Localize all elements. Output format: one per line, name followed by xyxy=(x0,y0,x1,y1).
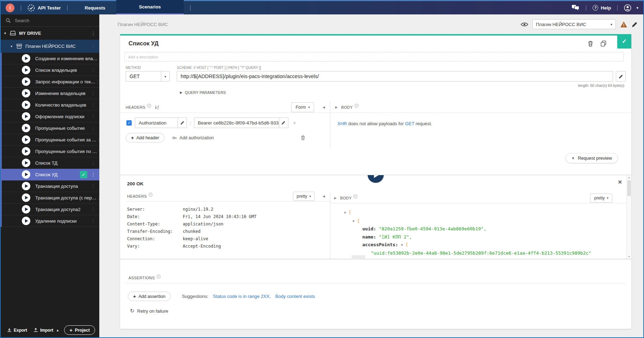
kebab-menu-icon[interactable]: ⋮ xyxy=(91,90,96,96)
sidebar-item-my-drive[interactable]: ▾ MY DRIVE ⋮ xyxy=(1,27,99,40)
list-item[interactable]: Количество владельцев⋮ xyxy=(1,99,99,111)
play-icon[interactable] xyxy=(22,217,30,225)
environment-select[interactable]: Плагин НЕЙРОСС ВИС ▾ xyxy=(532,19,616,29)
kebab-menu-icon[interactable]: ⋮ xyxy=(97,148,99,154)
help-question-icon[interactable]: ? xyxy=(354,194,357,198)
retry-on-failure-toggle[interactable]: ↻ Retry on failure xyxy=(126,308,626,314)
kebab-menu-icon[interactable]: ⋮ xyxy=(96,137,99,142)
account-icon[interactable] xyxy=(624,4,631,12)
kebab-menu-icon[interactable]: ⋮ xyxy=(91,160,96,166)
collapse-toggle-icon[interactable]: ▼ xyxy=(401,243,403,247)
kebab-menu-icon[interactable]: ⋮ xyxy=(91,125,96,131)
play-icon[interactable] xyxy=(22,77,30,86)
import-button[interactable]: Import ▲ xyxy=(33,328,59,333)
list-item[interactable]: Транзакция доступа2⋮ xyxy=(1,204,99,215)
kebab-menu-icon[interactable]: ⋮ xyxy=(91,172,96,177)
sidebar-item-project[interactable]: ▾ Плагин НЕЙРОСС ВИС ⋮ xyxy=(1,40,99,53)
help-question-icon[interactable]: ? xyxy=(147,104,151,108)
play-icon[interactable] xyxy=(22,182,30,190)
collapse-toggle-icon[interactable]: ▼ xyxy=(344,211,346,215)
url-input[interactable]: http://${ADDRESS}/plugin/eis-pacs-integr… xyxy=(177,71,613,82)
url-edit-wand-icon[interactable] xyxy=(616,71,626,82)
warning-icon[interactable] xyxy=(620,21,627,28)
play-icon[interactable] xyxy=(22,89,30,97)
kebab-menu-icon[interactable]: ⋮ xyxy=(91,102,96,108)
duplicate-copy-icon[interactable] xyxy=(600,40,607,47)
header-value-wand-icon[interactable] xyxy=(279,117,288,128)
play-icon[interactable] xyxy=(22,159,30,167)
add-header-button[interactable]: + Add header xyxy=(126,133,164,142)
close-response-icon[interactable]: ✕ xyxy=(618,179,622,185)
headers-pretty-dropdown[interactable]: pretty ▾ xyxy=(293,192,315,201)
expand-panel-right-arrow[interactable]: ▶ xyxy=(335,106,338,109)
play-icon[interactable] xyxy=(22,135,30,144)
expand-panel-right-arrow[interactable]: ▶ xyxy=(334,196,337,200)
confirm-check-button[interactable]: ✓ xyxy=(617,34,631,49)
kebab-menu-icon[interactable]: ⋮ xyxy=(91,183,96,189)
play-icon[interactable] xyxy=(22,170,30,179)
add-assertion-button[interactable]: + Add assertion xyxy=(128,292,171,301)
header-value-input[interactable]: Bearer ce6b228c-9f09-47bd-b5d6-933abc8 xyxy=(194,117,279,128)
kebab-menu-icon[interactable]: ⋮ xyxy=(91,114,96,119)
scroll-down-arrow[interactable]: ▼ xyxy=(627,255,631,258)
suggestion-link-body-content[interactable]: Body content exists xyxy=(275,294,315,299)
play-icon[interactable] xyxy=(22,66,30,74)
tab-requests[interactable]: Requests xyxy=(74,1,116,14)
edit-pencil-icon[interactable] xyxy=(632,21,638,27)
xhr-link[interactable]: XHR xyxy=(337,121,347,126)
tab-scenarios[interactable]: Scenarios xyxy=(116,0,184,14)
help-question-icon[interactable]: ? xyxy=(149,193,152,197)
chevron-down-icon[interactable]: ▾ xyxy=(161,71,169,81)
description-input[interactable]: Add a description xyxy=(124,52,624,62)
kebab-menu-icon[interactable]: ⋮ xyxy=(95,79,99,84)
kebab-menu-icon[interactable]: ⋮ xyxy=(96,195,99,200)
chevron-down-icon[interactable]: ▾ xyxy=(4,31,10,35)
kebab-menu-icon[interactable]: ⋮ xyxy=(91,218,96,224)
list-item[interactable]: Пропущенные событие⋮ xyxy=(1,122,99,134)
play-icon[interactable] xyxy=(22,193,30,202)
list-item[interactable]: Транзакция доступа⋮ xyxy=(1,180,99,192)
headers-form-dropdown[interactable]: Form ▾ xyxy=(291,102,314,112)
remove-header-icon[interactable]: × xyxy=(293,120,296,126)
list-item-selected[interactable]: Список УД✓⋮ xyxy=(1,169,99,180)
horizontal-scrollbar-thumb[interactable] xyxy=(352,256,365,258)
delete-headers-trash-icon[interactable] xyxy=(301,135,305,140)
list-item[interactable]: Пропущенные события по …⋮ xyxy=(1,146,99,157)
list-item[interactable]: Пропущенные события за …⋮ xyxy=(1,134,99,146)
list-item[interactable]: Изменение владельцев⋮ xyxy=(1,88,99,99)
kebab-menu-icon[interactable]: ⋮ xyxy=(91,67,96,73)
list-item[interactable]: Запрос информации о тек…⋮ xyxy=(1,76,99,88)
collapse-panel-left-arrow[interactable]: ◀ xyxy=(323,106,325,109)
list-item[interactable]: Транзакция доступа (с пер…⋮ xyxy=(1,192,99,204)
kebab-menu-icon[interactable]: ⋮ xyxy=(91,31,96,36)
collapse-panel-left-arrow[interactable]: ◀ xyxy=(323,194,325,198)
list-item[interactable]: Создание и изменение вла…⋮ xyxy=(1,53,99,64)
kebab-menu-icon[interactable]: ⋮ xyxy=(91,44,96,49)
feedback-chat-icon[interactable] xyxy=(571,5,580,11)
header-name-wand-icon[interactable] xyxy=(178,117,187,128)
header-name-input[interactable]: Authorization xyxy=(135,117,178,128)
chevron-down-icon[interactable]: ▾ xyxy=(11,44,16,48)
help-question-icon[interactable]: ? xyxy=(355,104,358,108)
help-question-icon[interactable]: ? xyxy=(157,275,161,279)
list-item[interactable]: Список владельцев⋮ xyxy=(1,64,99,76)
user-avatar[interactable]: t xyxy=(6,4,14,12)
method-select[interactable]: GET ▾ xyxy=(126,71,170,82)
eye-icon[interactable] xyxy=(521,22,528,27)
list-item[interactable]: Оформление подписки⋮ xyxy=(1,111,99,122)
play-icon[interactable] xyxy=(22,147,30,155)
play-icon[interactable] xyxy=(22,54,30,63)
play-icon[interactable] xyxy=(22,101,30,109)
new-project-button[interactable]: + Project xyxy=(64,325,95,335)
body-pretty-dropdown[interactable]: pretty ▾ xyxy=(590,193,612,203)
scrollbar-thumb[interactable] xyxy=(627,180,631,196)
search-input[interactable]: Search xyxy=(1,14,99,27)
sort-az-icon[interactable]: AZ xyxy=(155,105,160,110)
scroll-up-arrow[interactable]: ▲ xyxy=(627,176,631,179)
kebab-menu-icon[interactable]: ⋮ xyxy=(91,206,96,212)
account-chevron-down-icon[interactable]: ▾ xyxy=(636,6,638,10)
response-scrollbar[interactable]: ▲ ▼ xyxy=(626,175,631,259)
play-icon[interactable] xyxy=(22,205,30,213)
suggestion-link-status-code[interactable]: Status code is in range 2XX, xyxy=(213,294,271,299)
get-link[interactable]: GET xyxy=(405,121,414,126)
